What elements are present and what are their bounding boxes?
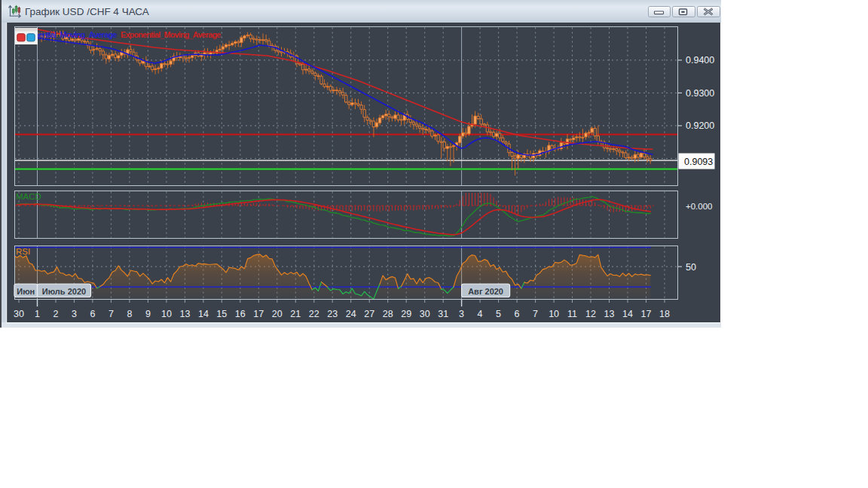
- svg-text:30: 30: [14, 309, 24, 319]
- svg-text:Июль 2020: Июль 2020: [42, 287, 86, 296]
- svg-text:17: 17: [253, 309, 264, 319]
- svg-text:18: 18: [659, 309, 670, 319]
- svg-text:6: 6: [515, 309, 520, 319]
- svg-text:20: 20: [272, 309, 283, 319]
- svg-text:0.9093: 0.9093: [684, 157, 713, 167]
- svg-text:5: 5: [496, 309, 501, 319]
- svg-text:31: 31: [438, 309, 448, 319]
- svg-text:0.9200: 0.9200: [686, 120, 714, 131]
- svg-text:4: 4: [478, 309, 483, 319]
- svg-text:Июн: Июн: [17, 287, 35, 296]
- svg-text:Авг 2020: Авг 2020: [468, 287, 503, 296]
- svg-text:График USD /CHF 4 ЧАСА: График USD /CHF 4 ЧАСА: [25, 6, 149, 17]
- svg-text:9: 9: [145, 309, 151, 319]
- svg-text:MACD: MACD: [16, 192, 41, 201]
- svg-text:50: 50: [686, 262, 696, 273]
- svg-text:0.9300: 0.9300: [686, 88, 714, 99]
- svg-text:Exponential_Moving_Average: Exponential_Moving_Average: [121, 30, 221, 39]
- svg-text:3: 3: [72, 309, 77, 319]
- svg-text:0.9400: 0.9400: [686, 55, 714, 66]
- svg-text:13: 13: [604, 309, 615, 319]
- svg-text:10: 10: [549, 309, 559, 319]
- svg-text:+0.000: +0.000: [686, 202, 713, 211]
- svg-text:15: 15: [216, 309, 227, 319]
- svg-text:6: 6: [90, 309, 95, 319]
- svg-text:13: 13: [179, 309, 190, 319]
- svg-text:10: 10: [161, 309, 172, 319]
- svg-text:27: 27: [364, 309, 374, 319]
- svg-text:17: 17: [641, 309, 652, 319]
- svg-text:3: 3: [459, 309, 464, 319]
- svg-text:1: 1: [35, 309, 40, 319]
- svg-text:21: 21: [290, 309, 301, 319]
- svg-text:14: 14: [622, 309, 633, 319]
- svg-text:16: 16: [235, 309, 246, 319]
- svg-text:28: 28: [383, 309, 393, 319]
- svg-text:24: 24: [346, 309, 356, 319]
- svg-text:RSI: RSI: [16, 247, 30, 256]
- svg-text:14: 14: [198, 309, 209, 319]
- svg-text:11: 11: [567, 309, 577, 319]
- svg-text:23: 23: [327, 309, 338, 319]
- svg-text:22: 22: [309, 309, 319, 319]
- svg-text:7: 7: [108, 309, 114, 319]
- svg-text:2: 2: [53, 309, 59, 319]
- svg-text:12: 12: [585, 309, 596, 319]
- svg-text:30: 30: [420, 309, 430, 319]
- svg-text:8: 8: [127, 309, 132, 319]
- svg-text:29: 29: [401, 309, 411, 319]
- svg-text:7: 7: [533, 309, 538, 319]
